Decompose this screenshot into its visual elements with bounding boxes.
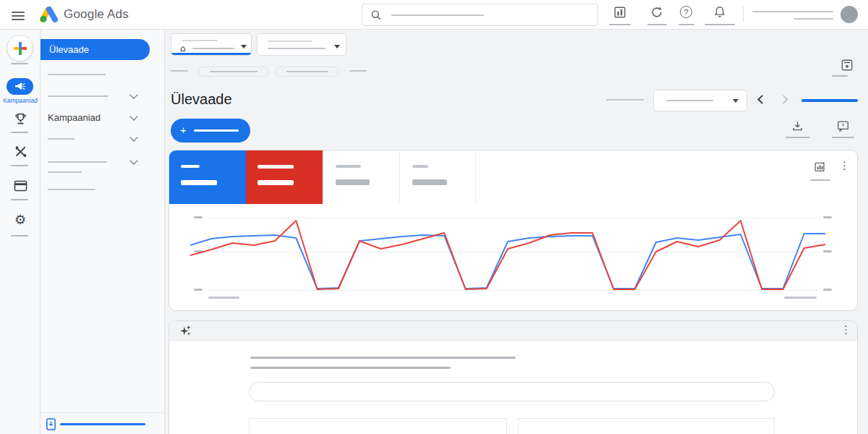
insights-panel-2 <box>518 418 775 434</box>
metric-3-label-bar <box>336 165 361 168</box>
help-label-bar <box>678 24 694 25</box>
reports-icon <box>613 6 626 19</box>
date-compare-bar <box>606 99 644 101</box>
insights-card-header: ⋮ <box>169 321 857 341</box>
plus-icon: + <box>180 124 187 136</box>
hamburger-menu-button[interactable] <box>12 9 25 22</box>
search-placeholder-bar <box>391 14 484 16</box>
nav-item-bar-5[interactable] <box>48 189 95 190</box>
insights-text-bar-1 <box>250 357 516 359</box>
tools-icon <box>14 145 27 158</box>
filter-label-bar <box>171 70 188 72</box>
google-ads-logo: Google Ads <box>40 7 129 22</box>
hamburger-menu-icon <box>12 12 25 13</box>
new-campaign-button[interactable]: + <box>171 119 250 142</box>
chevron-down-icon[interactable] <box>129 90 137 98</box>
campaign-scope-selector[interactable] <box>257 33 346 56</box>
insights-card: ⋮ <box>169 320 858 434</box>
nav-item-overview[interactable]: Ülevaade <box>41 39 150 60</box>
nav-item-bar-1[interactable] <box>48 74 106 75</box>
metric-tab-3[interactable] <box>323 150 399 204</box>
avatar[interactable] <box>841 6 858 23</box>
help-button[interactable]: ? <box>680 6 692 18</box>
search-icon <box>370 9 382 21</box>
app-download-link[interactable] <box>46 418 145 430</box>
scope-value-bar <box>192 48 234 49</box>
nav-item-bar-2[interactable] <box>48 95 109 97</box>
feedback-button[interactable] <box>837 120 849 135</box>
main-content: ⌂ Ülevaade <box>165 30 868 434</box>
reports-button[interactable] <box>613 6 626 22</box>
metric-tab-4[interactable] <box>399 150 476 204</box>
metric-4-value-bar <box>412 179 447 185</box>
insights-search-input[interactable] <box>249 382 775 401</box>
chart-menu-button[interactable]: ⋮ <box>839 161 850 171</box>
previous-period-button[interactable] <box>757 95 767 104</box>
feedback-icon <box>837 120 849 132</box>
global-search-input[interactable] <box>362 4 598 26</box>
phone-download-icon <box>46 418 56 430</box>
notifications-button[interactable] <box>713 5 726 22</box>
rail-item-billing[interactable] <box>13 179 27 193</box>
metric-tab-2[interactable] <box>246 150 323 204</box>
chart-type-label-bar <box>810 179 830 181</box>
rail-item-campaigns[interactable] <box>7 78 33 95</box>
rail-item-goals[interactable] <box>13 111 27 126</box>
metric-tab-1[interactable] <box>169 150 246 204</box>
save-view-button[interactable] <box>841 59 853 74</box>
navigation-rail: Kampaaniad <box>0 30 41 434</box>
date-range-value-bar <box>666 100 713 101</box>
megaphone-icon <box>14 82 25 91</box>
performance-chart-card: ⋮ <box>169 150 858 311</box>
filter-chip-1[interactable] <box>198 67 269 77</box>
new-campaign-label-bar <box>194 129 239 132</box>
filter-chip-1-bar <box>210 71 258 72</box>
download-icon <box>791 120 804 132</box>
google-ads-app: Google Ads ? <box>0 0 868 434</box>
period-link-bar[interactable] <box>801 99 858 102</box>
chart-type-icon <box>814 161 826 173</box>
nav-item-overview-label: Ülevaade <box>49 44 89 55</box>
chevron-down-icon[interactable] <box>129 112 137 120</box>
create-plus-icon <box>14 42 27 55</box>
date-range-selector[interactable] <box>653 90 747 111</box>
metric-2-value-bar <box>258 180 294 185</box>
filter-chip-2[interactable] <box>275 67 339 77</box>
app-download-label-bar <box>60 423 145 426</box>
download-button[interactable] <box>791 120 804 135</box>
notifications-label-bar <box>705 24 735 25</box>
filter-extra-bar <box>349 70 367 72</box>
scope2-value-bar <box>268 48 326 49</box>
scope-active-underline <box>171 53 252 55</box>
nav-footer-divider <box>41 412 165 413</box>
create-button[interactable] <box>7 35 33 61</box>
next-period-button[interactable] <box>779 95 788 104</box>
account-scope-selector[interactable]: ⌂ <box>171 33 252 56</box>
app-header: Google Ads ? <box>0 0 868 30</box>
create-label-bar <box>11 63 28 64</box>
save-icon <box>841 59 853 71</box>
rail-item-admin[interactable]: ⚙ <box>13 213 27 227</box>
chevron-down-icon[interactable] <box>129 133 137 141</box>
caret-down-icon <box>733 99 739 103</box>
chevron-down-icon[interactable] <box>129 156 137 164</box>
tools-label-bar <box>11 165 28 166</box>
nav-item-bar-4[interactable] <box>48 161 107 163</box>
insights-menu-button[interactable]: ⋮ <box>841 325 851 336</box>
caret-down-icon <box>334 45 340 48</box>
admin-label-bar <box>11 235 28 237</box>
nav-subitem-bar[interactable] <box>48 171 82 173</box>
refresh-icon <box>650 6 663 19</box>
caret-down-icon <box>241 45 247 48</box>
metric-1-value-bar <box>181 180 217 185</box>
page-title: Ülevaade <box>171 91 232 108</box>
help-icon: ? <box>680 6 692 18</box>
rail-item-tools[interactable] <box>13 144 27 158</box>
google-ads-logo-icon <box>40 7 58 22</box>
nav-item-campaigns[interactable]: Kampaaniad <box>48 112 101 123</box>
filter-chip-2-bar <box>286 71 328 72</box>
refresh-button[interactable] <box>650 6 663 22</box>
nav-item-bar-3[interactable] <box>48 138 75 140</box>
chart-type-button[interactable] <box>814 161 826 176</box>
download-label-bar <box>786 137 810 138</box>
